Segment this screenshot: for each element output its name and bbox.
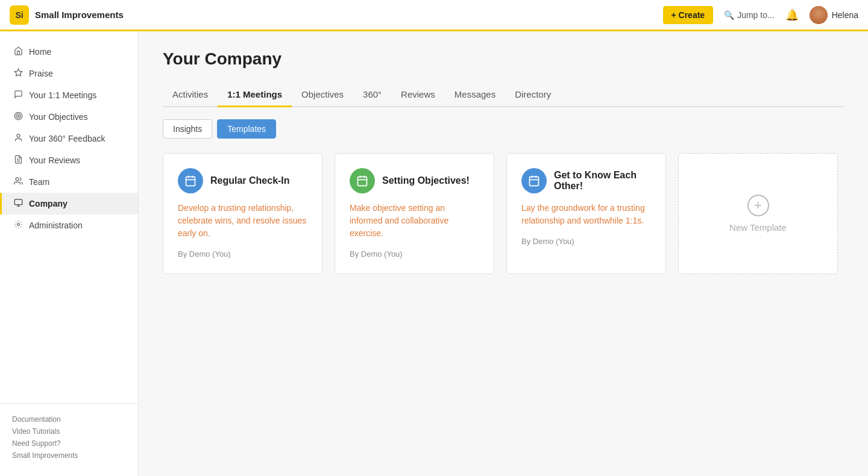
card-header: Get to Know Each Other! [521, 168, 651, 193]
sidebar-item-company[interactable]: Company [0, 193, 138, 215]
topnav-right: + Create 🔍 Jump to... 🔔 Helena [663, 6, 859, 24]
company-icon [14, 198, 23, 209]
support-link[interactable]: Need Support? [12, 437, 126, 449]
tab-directory[interactable]: Directory [505, 83, 561, 107]
card-title: Regular Check-In [210, 175, 290, 186]
sidebar-item-label: Your Reviews [29, 155, 80, 165]
template-cards: Regular Check-In Develop a trusting rela… [163, 153, 844, 274]
sidebar-item-label: Your 360° Feedback [29, 134, 105, 143]
sidebar-item-label: Team [29, 177, 49, 187]
topnav-left: Si Small Improvements [10, 5, 124, 25]
notification-bell-icon[interactable]: 🔔 [785, 8, 799, 22]
card-title: Get to Know Each Other! [554, 170, 651, 192]
main-tabs: Activities 1:1 Meetings Objectives 360° … [163, 83, 844, 107]
sidebar-item-label: Administration [29, 221, 83, 230]
sidebar-item-label: Your 1:1 Meetings [29, 90, 96, 100]
tab-360[interactable]: 360° [353, 83, 391, 107]
brand-link[interactable]: Small Improvements [12, 449, 126, 462]
main-content: Your Company Activities 1:1 Meetings Obj… [139, 31, 868, 476]
tab-meetings[interactable]: 1:1 Meetings [218, 83, 292, 107]
card-title: Setting Objectives! [382, 175, 470, 186]
card-regular-checkin[interactable]: Regular Check-In Develop a trusting rela… [163, 153, 322, 274]
card-author: By Demo (You) [521, 237, 574, 246]
svg-rect-8 [14, 199, 22, 205]
svg-rect-12 [186, 177, 195, 186]
svg-point-3 [17, 115, 19, 117]
avatar-image [810, 6, 828, 24]
jump-to-button[interactable]: 🔍 Jump to... [724, 10, 774, 20]
user-menu[interactable]: Helena [810, 6, 858, 24]
sidebar-item-label: Company [29, 199, 68, 208]
page-title: Your Company [163, 49, 844, 69]
svg-point-4 [17, 134, 20, 137]
sidebar-item-administration[interactable]: Administration [0, 215, 138, 236]
sidebar-item-reviews[interactable]: Your Reviews [0, 149, 138, 171]
sidebar-item-feedback[interactable]: Your 360° Feedback [0, 128, 138, 149]
tutorials-link[interactable]: Video Tutorials [12, 425, 126, 437]
avatar [810, 6, 828, 24]
sidebar-item-meetings[interactable]: Your 1:1 Meetings [0, 84, 138, 106]
svg-rect-20 [530, 177, 539, 186]
tab-activities[interactable]: Activities [163, 83, 218, 107]
new-template-card[interactable]: + New Template [678, 153, 838, 274]
sidebar-item-label: Praise [29, 69, 53, 78]
search-icon: 🔍 [724, 10, 734, 20]
card-description: Develop a trusting relationship, celebra… [178, 202, 307, 240]
jump-to-label: Jump to... [737, 10, 774, 20]
card-author: By Demo (You) [350, 249, 403, 258]
svg-marker-0 [14, 69, 22, 76]
sub-tab-templates[interactable]: Templates [217, 119, 276, 139]
svg-point-2 [16, 114, 21, 119]
svg-point-7 [16, 178, 19, 181]
tab-messages[interactable]: Messages [445, 83, 505, 107]
svg-point-11 [17, 224, 20, 226]
card-icon [350, 168, 375, 193]
card-description: Lay the groundwork for a trusting relati… [521, 202, 651, 227]
card-header: Setting Objectives! [350, 168, 479, 193]
logo-badge: Si [10, 5, 29, 25]
tab-reviews[interactable]: Reviews [391, 83, 445, 107]
svg-rect-16 [358, 177, 367, 186]
card-icon [521, 168, 547, 193]
main-layout: Home Praise Your 1:1 Meetings Your Objec… [0, 31, 868, 476]
card-description: Make objective setting an informed and c… [350, 202, 479, 240]
docs-link[interactable]: Documentation [12, 413, 126, 425]
admin-icon [14, 220, 23, 231]
sub-tab-insights[interactable]: Insights [163, 119, 212, 139]
sidebar-item-label: Your Objectives [29, 112, 88, 122]
sidebar-item-praise[interactable]: Praise [0, 63, 138, 84]
card-header: Regular Check-In [178, 168, 307, 193]
sidebar-item-home[interactable]: Home [0, 41, 138, 63]
team-icon [14, 177, 23, 187]
app-name: Small Improvements [35, 10, 124, 20]
card-icon [178, 168, 203, 193]
sidebar-item-objectives[interactable]: Your Objectives [0, 106, 138, 128]
sub-tabs: Insights Templates [163, 119, 844, 139]
user-name: Helena [832, 10, 858, 20]
home-icon [14, 46, 23, 57]
create-button[interactable]: + Create [663, 6, 714, 24]
objectives-icon [14, 111, 23, 122]
tab-objectives[interactable]: Objectives [292, 83, 353, 107]
praise-icon [14, 68, 23, 79]
reviews-icon [14, 155, 23, 166]
sidebar-footer: Documentation Video Tutorials Need Suppo… [0, 403, 138, 466]
card-author: By Demo (You) [178, 249, 231, 258]
sidebar-item-team[interactable]: Team [0, 171, 138, 193]
plus-circle-icon: + [747, 195, 769, 216]
sidebar: Home Praise Your 1:1 Meetings Your Objec… [0, 31, 139, 476]
feedback-icon [14, 133, 23, 144]
card-setting-objectives[interactable]: Setting Objectives! Make objective setti… [335, 153, 494, 274]
meetings-icon [14, 90, 23, 101]
top-navigation: Si Small Improvements + Create 🔍 Jump to… [0, 0, 868, 31]
sidebar-item-label: Home [29, 47, 51, 57]
new-template-label: New Template [729, 222, 787, 233]
card-get-to-know[interactable]: Get to Know Each Other! Lay the groundwo… [506, 153, 666, 274]
